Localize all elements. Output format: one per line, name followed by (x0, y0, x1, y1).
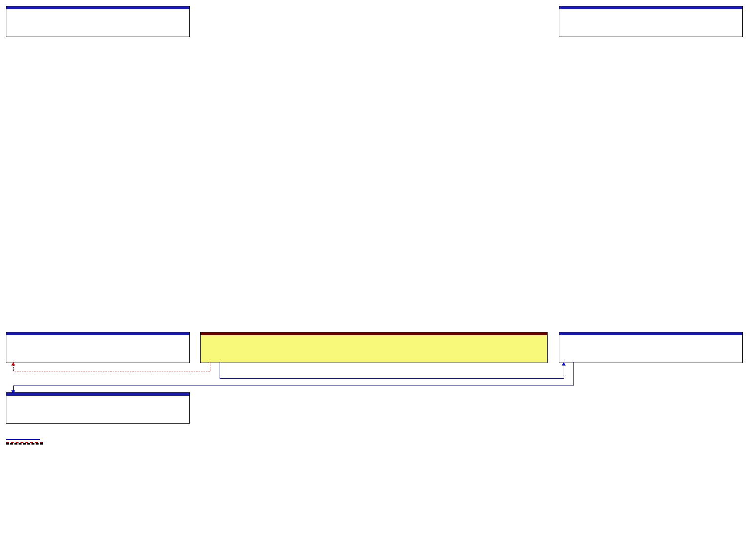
node-title (559, 9, 742, 12)
node-title (6, 335, 189, 338)
node-title (201, 335, 547, 338)
node-wrong-way[interactable] (200, 332, 548, 363)
node-title (559, 335, 742, 338)
node-its-field[interactable] (559, 6, 743, 37)
node-roadside-comm[interactable] (6, 6, 190, 37)
node-cv-roadside[interactable] (6, 332, 190, 363)
node-dps[interactable] (6, 392, 190, 424)
node-toc-emc[interactable] (559, 332, 743, 363)
legend-line-existing (6, 439, 40, 440)
node-title (6, 396, 189, 399)
diagram-canvas (0, 0, 756, 549)
node-title (6, 9, 189, 12)
legend (6, 439, 48, 447)
legend-line-planned (6, 442, 43, 445)
